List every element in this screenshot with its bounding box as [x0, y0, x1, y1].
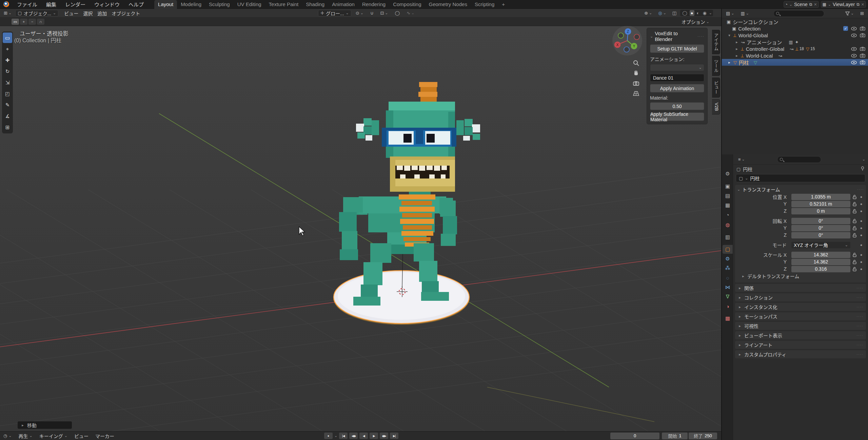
copy-icon[interactable]: ⧉ [809, 2, 812, 7]
tool-annotate[interactable]: ✎ [3, 100, 12, 110]
menu-keying[interactable]: キーイング⌄ [36, 433, 71, 439]
close-icon[interactable]: ✕ [861, 2, 864, 7]
menu-window[interactable]: ウィンドウ [90, 0, 124, 9]
location-y-field[interactable]: 0.52101 m [791, 201, 850, 207]
ptab-data[interactable]: ∇ [723, 292, 733, 301]
camera-icon[interactable] [860, 47, 865, 51]
lock-icon[interactable] [850, 233, 859, 237]
play-button[interactable]: ▶ [370, 433, 378, 439]
menu-render[interactable]: レンダー [61, 0, 90, 9]
camera-icon[interactable] [860, 54, 865, 58]
eye-icon[interactable] [851, 61, 857, 64]
record-button[interactable]: ● [324, 433, 333, 439]
collapse-icon[interactable]: ⌄ [650, 35, 653, 38]
menu-help[interactable]: ヘルプ [124, 0, 148, 9]
tab-view[interactable]: ビュー [712, 78, 720, 98]
outliner-row-animation[interactable]: ▸ ↝ アニメーション ▥ ✦ [722, 39, 868, 45]
display-mode-button[interactable]: ▥ ⌄ [738, 10, 752, 17]
select-mode-intersect[interactable]: ∩ [37, 19, 44, 25]
outliner-row-world-local[interactable]: ▸ ⟂ World-Local ↝ [722, 52, 868, 59]
material-value-field[interactable]: 0.50 [650, 102, 704, 110]
tab-v2b[interactable]: V2B [712, 99, 720, 114]
pan-hand-icon[interactable] [631, 68, 641, 78]
orientation-selector[interactable]: ✛ グロー... ⌄ [318, 10, 351, 17]
ptab-collection[interactable]: ▥ [723, 233, 733, 242]
falloff-button[interactable]: ∿ ⌄ [404, 9, 417, 17]
lock-icon[interactable] [850, 195, 859, 199]
checkbox-icon[interactable]: ✓ [843, 26, 848, 31]
add-workspace-button[interactable]: + [498, 0, 509, 9]
snap-toggle[interactable]: ∪ [368, 9, 376, 17]
menu-edit[interactable]: 編集 [42, 0, 61, 9]
tab-item[interactable]: アイテム [712, 30, 720, 54]
menu-tl-view[interactable]: ビュー [71, 433, 92, 439]
location-x-field[interactable]: 1.0355 m [791, 194, 850, 200]
ptab-material[interactable]: ◑ [723, 302, 733, 311]
animation-dropdown[interactable]: ⌄ [650, 64, 704, 71]
animate-dot[interactable]: ● [859, 219, 864, 223]
scale-x-field[interactable]: 14.362 [791, 252, 850, 258]
ptab-modifiers[interactable]: ⚙ [723, 254, 733, 263]
eye-icon[interactable] [851, 47, 857, 51]
object-name-field[interactable]: ▢ ⌄ 円柱 [736, 174, 865, 182]
material-shading-button[interactable]: ◐ [696, 10, 701, 16]
next-keyframe-button[interactable]: ◆▶ [380, 433, 388, 439]
lock-icon[interactable] [850, 267, 859, 271]
frame-end-field[interactable]: 終了 250 [689, 433, 717, 439]
wireframe-shading-button[interactable]: ◯ [681, 10, 688, 16]
properties-search[interactable] [777, 156, 821, 163]
grip-icon[interactable]: ···· [697, 34, 704, 39]
lock-icon[interactable] [850, 253, 859, 257]
view-layer-selector[interactable]: ▦ ⌄ ViewLayer ⧉ ✕ [821, 1, 866, 8]
ptab-constraints[interactable]: ⋈ [723, 283, 733, 292]
menu-select[interactable]: 選択 [81, 9, 95, 17]
lock-icon[interactable] [850, 202, 859, 206]
ptab-texture[interactable]: ▩ [723, 314, 733, 323]
camera-icon[interactable] [860, 26, 865, 30]
outliner-row-controller-global[interactable]: ▸ ⟂ Controller-Global ↝ ⟂ 18 ▽ 15 [722, 45, 868, 52]
rotation-mode-dropdown[interactable]: XYZ オイラー角 ⌄ [791, 242, 850, 248]
tool-move[interactable]: ✚ [3, 55, 12, 65]
eye-icon[interactable] [851, 27, 857, 30]
ptab-world[interactable]: ◍ [723, 221, 733, 229]
ptab-tool[interactable]: ⚙ [723, 169, 733, 178]
section-custom-properties[interactable]: ▸ カスタムプロパティ ···· [735, 350, 866, 358]
animate-dot[interactable]: ● [859, 267, 864, 271]
tab-animation[interactable]: Animation [328, 0, 358, 9]
show-overlays-button[interactable]: ◎ ⌄ [656, 9, 669, 17]
perspective-toggle-icon[interactable] [631, 89, 641, 98]
outliner-row-cylinder[interactable]: ▸ ▽ 円柱 ▽ [722, 59, 868, 66]
tab-tool[interactable]: ツール [712, 56, 720, 76]
scale-z-field[interactable]: 0.316 [791, 266, 850, 272]
animation-name-field[interactable]: Dance 01 [650, 74, 704, 82]
disclosure-icon[interactable]: ▸ [727, 60, 731, 65]
new-collection-button[interactable]: ⊞ [858, 10, 866, 17]
apply-animation-button[interactable]: Apply Animation [650, 84, 704, 92]
section-line-art[interactable]: ▸ ラインアート ···· [735, 341, 866, 349]
outliner-editor-button[interactable]: ▤ ⌄ [724, 10, 737, 17]
section-collections[interactable]: ▸ コレクション ···· [735, 293, 866, 301]
pin-icon[interactable] [861, 166, 865, 172]
outliner-row-collection[interactable]: ▣ Collection ✓ [722, 25, 868, 32]
operator-panel[interactable]: ▸ 移動 [18, 421, 72, 429]
show-gizmo-button[interactable]: ⊕ ⌄ [642, 9, 654, 17]
setup-gltf-button[interactable]: Setup GLTF Model [650, 44, 704, 53]
zoom-icon[interactable] [631, 58, 641, 68]
animate-dot[interactable]: ● [859, 260, 864, 264]
tool-add-cube[interactable]: ⊞ [3, 122, 12, 132]
tab-sculpting[interactable]: Sculpting [205, 0, 234, 9]
blender-logo[interactable] [3, 1, 9, 7]
section-relations[interactable]: ▸ 関係 ···· [735, 284, 866, 292]
location-z-field[interactable]: 0 m [791, 208, 850, 214]
tool-transform[interactable]: ◰ [3, 88, 12, 99]
proportional-edit-toggle[interactable]: ◯ [393, 9, 402, 17]
play-reverse-button[interactable]: ◀ [359, 433, 368, 439]
tool-rotate[interactable]: ↻ [3, 66, 12, 77]
animate-dot[interactable]: ● [859, 209, 864, 213]
solid-shading-button[interactable]: ● [690, 10, 694, 16]
select-mode-subtract[interactable]: − [28, 19, 36, 25]
rotation-x-field[interactable]: 0° [791, 218, 850, 224]
copy-icon[interactable]: ⧉ [856, 2, 860, 7]
timeline-editor-button[interactable]: ◷ ⌄ [0, 434, 15, 438]
menu-playback[interactable]: 再生⌄ [15, 433, 36, 439]
